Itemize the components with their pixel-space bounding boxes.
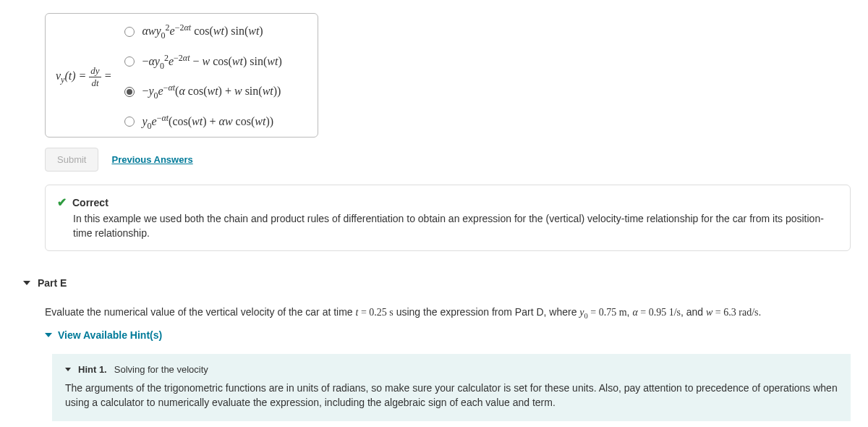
mc-option[interactable]: αwy02e−2αt cos(wt) sin(wt) [124, 22, 281, 41]
mc-option[interactable]: −αy02e−2αt − w cos(wt) sin(wt) [124, 53, 281, 72]
check-icon: ✔ [57, 195, 67, 209]
mc-option[interactable]: −y0e−αt(α cos(wt) + w sin(wt)) [124, 83, 281, 101]
previous-answers-link[interactable]: Previous Answers [111, 154, 192, 165]
mc-option-label: −αy02e−2αt − w cos(wt) sin(wt) [142, 53, 281, 72]
feedback-title: Correct [72, 197, 109, 208]
hint-title: Solving for the velocity [114, 364, 208, 375]
part-e-instruction: Evaluate the numerical value of the vert… [45, 305, 854, 322]
submit-row: Submit Previous Answers [45, 148, 854, 172]
mc-option-label: y0e−αt(cos(wt) + αw cos(wt)) [142, 113, 273, 132]
mc-options: αwy02e−2αt cos(wt) sin(wt)−αy02e−2αt − w… [124, 22, 281, 131]
feedback-box: ✔ Correct In this example we used both t… [45, 185, 851, 251]
part-e-label: Part E [38, 277, 67, 289]
part-e-header[interactable]: Part E [23, 277, 854, 289]
hints-toggle[interactable]: View Available Hint(s) [45, 329, 854, 341]
chevron-down-icon[interactable] [23, 281, 30, 285]
hint-header[interactable]: Hint 1. Solving for the velocity [65, 364, 838, 375]
mc-option-label: αwy02e−2αt cos(wt) sin(wt) [142, 22, 263, 41]
radio-icon[interactable] [124, 27, 135, 37]
chevron-down-icon [65, 368, 71, 371]
feedback-body: In this example we used both the chain a… [73, 212, 838, 240]
submit-button[interactable]: Submit [45, 148, 98, 172]
mc-option-label: −y0e−αt(α cos(wt) + w sin(wt)) [142, 83, 281, 101]
radio-icon[interactable] [124, 56, 135, 67]
radio-icon[interactable] [124, 117, 135, 127]
hint-body: The arguments of the trigonometric funct… [65, 381, 838, 410]
mc-prompt: vy(t) = dydt = [56, 65, 111, 89]
chevron-down-icon [45, 333, 52, 337]
radio-icon[interactable] [124, 87, 135, 97]
feedback-header: ✔ Correct [57, 195, 838, 209]
hint-number: Hint 1. [78, 364, 107, 375]
hints-toggle-label: View Available Hint(s) [58, 329, 162, 341]
hint-box: Hint 1. Solving for the velocity The arg… [52, 354, 851, 422]
mc-option[interactable]: y0e−αt(cos(wt) + αw cos(wt)) [124, 113, 281, 132]
mc-box: vy(t) = dydt = αwy02e−2αt cos(wt) sin(wt… [45, 13, 318, 138]
